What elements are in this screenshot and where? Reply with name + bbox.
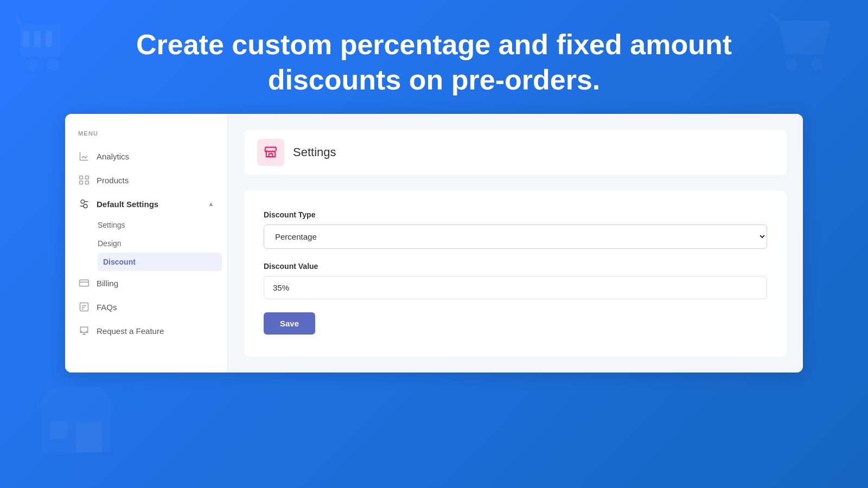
discount-type-label: Discount Type [264,210,767,219]
default-settings-subitems: Settings Design Discount [65,216,227,271]
discount-type-group: Discount Type Percentage Fixed Amount [264,210,767,249]
page-icon-wrap [257,139,284,166]
svg-rect-14 [86,176,89,179]
main-card: MENU Analytics Products [65,114,803,373]
page-title: Settings [293,145,336,159]
sidebar-item-faqs-label: FAQs [97,303,117,312]
sidebar-item-analytics[interactable]: Analytics [65,144,227,168]
svg-point-18 [84,204,87,208]
faqs-icon [78,301,90,313]
menu-label: MENU [65,125,227,144]
form-card: Discount Type Percentage Fixed Amount Di… [244,191,787,356]
analytics-icon [78,150,90,162]
svg-rect-19 [80,280,89,286]
chevron-up-icon: ▲ [208,200,214,208]
sidebar-item-request-feature-label: Request a Feature [97,326,164,336]
sidebar-item-request-feature[interactable]: Request a Feature [65,319,227,343]
sub-item-discount[interactable]: Discount [98,253,222,271]
billing-icon [78,277,90,289]
svg-rect-16 [86,181,89,184]
sidebar-item-products[interactable]: Products [65,168,227,192]
sidebar-item-default-settings[interactable]: Default Settings ▲ [65,192,227,216]
sidebar-item-faqs[interactable]: FAQs [65,295,227,319]
sidebar-item-default-settings-label: Default Settings [97,200,158,209]
feature-icon [78,325,90,337]
svg-rect-15 [80,181,83,184]
svg-rect-21 [80,303,88,311]
save-button[interactable]: Save [264,312,315,335]
sidebar-item-billing[interactable]: Billing [65,271,227,295]
discount-value-input[interactable] [264,276,767,299]
sub-item-settings[interactable]: Settings [98,216,227,234]
sidebar-item-billing-label: Billing [97,279,118,288]
svg-rect-13 [80,176,83,179]
sidebar: MENU Analytics Products [65,114,228,373]
products-icon [78,174,90,186]
hero-title: Create custom percentage and fixed amoun… [108,27,760,98]
discount-type-select[interactable]: Percentage Fixed Amount [264,224,767,249]
hero-section: Create custom percentage and fixed amoun… [0,0,868,114]
default-settings-icon [78,198,90,210]
svg-rect-11 [50,422,67,439]
svg-point-17 [81,200,85,204]
discount-value-label: Discount Value [264,262,767,271]
svg-rect-12 [76,422,102,452]
discount-value-group: Discount Value [264,262,767,299]
page-header: Settings [244,130,787,175]
main-content: Settings Discount Type Percentage Fixed … [228,114,803,373]
svg-rect-27 [269,153,273,157]
sidebar-item-products-label: Products [97,176,129,185]
deco-store-icon [33,374,119,477]
sidebar-item-analytics-label: Analytics [97,152,129,161]
store-icon [263,145,278,160]
sub-item-design[interactable]: Design [98,234,227,253]
